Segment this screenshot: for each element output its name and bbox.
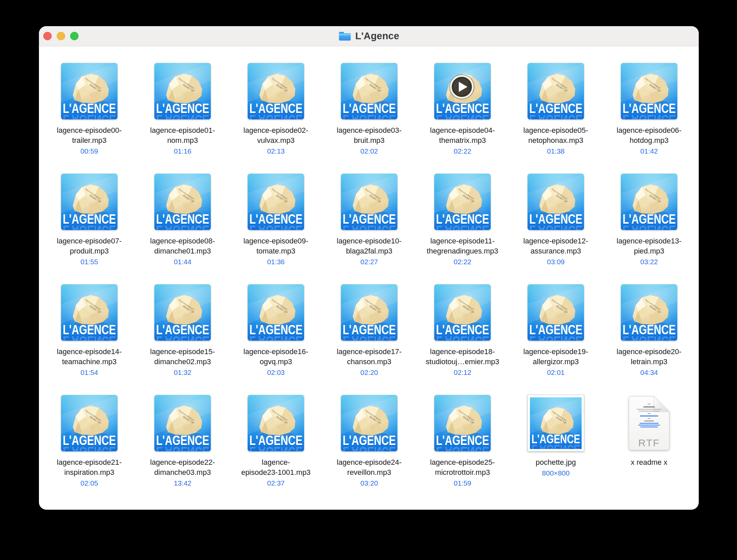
file-name[interactable]: lagence-episode24- reveillon.mp3 [337,457,401,478]
album-art: TheGrenadingues Studio TJP L'AGENCE L'AG… [154,284,211,341]
file-name[interactable]: lagence-episode12- assurance.mp3 [523,236,588,256]
file-name[interactable]: lagence-episode13- pied.mp3 [617,236,681,256]
file-duration: 02:37 [267,479,285,488]
file-name[interactable]: lagence-episode11- thegrenadingues.mp3 [427,236,498,256]
file-thumbnail[interactable]: TheGrenadingues Studio TJP L'AGENCE L'AG… [341,63,397,119]
file-item[interactable]: RTF x readme x [602,395,696,506]
file-item[interactable]: TheGrenadingues Studio TJP L'AGENCE L'AG… [509,63,602,174]
minimize-button[interactable] [57,32,65,40]
file-thumbnail[interactable]: TheGrenadingues Studio TJP L'AGENCE L'AG… [528,284,584,341]
file-name[interactable]: lagence-episode16- ogvq.mp3 [243,347,308,367]
file-name[interactable]: lagence-episode03- bruit.mp3 [337,125,401,146]
file-name[interactable]: lagence-episode20- letrain.mp3 [617,347,681,367]
file-thumbnail[interactable]: TheGrenadingues Studio TJP L'AGENCE L'AG… [61,284,117,341]
file-thumbnail[interactable]: TheGrenadingues Studio TJP L'AGENCE L'AG… [154,284,211,341]
file-item[interactable]: TheGrenadingues Studio TJP L'AGENCE L'AG… [323,174,416,284]
file-duration: 02:05 [81,479,98,488]
file-item[interactable]: TheGrenadingues Studio TJP L'AGENCE L'AG… [43,174,136,284]
file-name[interactable]: lagence-episode19- allergizor.mp3 [523,347,588,367]
file-item[interactable]: TheGrenadingues Studio TJP L'AGENCE L'AG… [416,395,509,506]
file-item[interactable]: TheGrenadingues Studio TJP L'AGENCE L'AG… [136,174,229,284]
file-name[interactable]: lagence-episode22- dimanche03.mp3 [150,457,215,478]
file-item[interactable]: TheGrenadingues Studio TJP L'AGENCE L'AG… [229,174,323,284]
file-item[interactable]: TheGrenadingues Studio TJP L'AGENCE L'AG… [229,395,323,506]
file-item[interactable]: TheGrenadingues Studio TJP L'AGENCE L'AG… [43,284,136,395]
file-item[interactable]: TheGrenadingues Studio TJP L'AGENCE L'AG… [416,284,509,395]
file-thumbnail[interactable]: TheGrenadingues Studio TJP L'AGENCE L'AG… [248,63,304,119]
file-item[interactable]: TheGrenadingues Studio TJP L'AGENCE L'AG… [43,395,136,506]
file-thumbnail[interactable]: TheGrenadingues Studio TJP L'AGENCE L'AG… [434,174,491,230]
file-name[interactable]: lagence-episode10- blaga2fal.mp3 [337,236,401,256]
file-name[interactable]: lagence-episode07- produit.mp3 [57,236,121,256]
title-bar[interactable]: L'Agence [39,26,699,46]
file-thumbnail[interactable]: TheGrenadingues Studio TJP L'AGENCE L'AG… [528,395,584,451]
file-name[interactable]: lagence-episode05- netophonax.mp3 [523,125,588,146]
file-item[interactable]: TheGrenadingues Studio TJP L'AGENCE L'AG… [602,63,696,174]
file-name[interactable]: lagence-episode14- teamachine.mp3 [57,347,121,367]
file-item[interactable]: TheGrenadingues Studio TJP L'AGENCE L'AG… [323,284,416,395]
file-item[interactable]: TheGrenadingues Studio TJP L'AGENCE L'AG… [323,63,416,174]
file-name[interactable]: lagence-episode08- dimanche01.mp3 [150,236,215,256]
file-thumbnail[interactable]: TheGrenadingues Studio TJP L'AGENCE L'AG… [341,395,397,451]
file-thumbnail[interactable]: RTF [621,395,677,451]
file-item[interactable]: TheGrenadingues Studio TJP L'AGENCE L'AG… [416,63,509,174]
file-thumbnail[interactable]: TheGrenadingues Studio TJP L'AGENCE L'AG… [154,174,211,230]
file-thumbnail[interactable]: TheGrenadingues Studio TJP L'AGENCE L'AG… [248,395,304,451]
file-thumbnail[interactable]: TheGrenadingues Studio TJP L'AGENCE L'AG… [621,284,677,341]
file-item[interactable]: TheGrenadingues Studio TJP L'AGENCE L'AG… [509,395,602,506]
file-item[interactable]: TheGrenadingues Studio TJP L'AGENCE L'AG… [509,174,602,284]
file-name[interactable]: lagence-episode04- thematrix.mp3 [430,125,495,146]
svg-text:L'AGENCE: L'AGENCE [343,223,396,230]
file-name[interactable]: lagence- episode23-1001.mp3 [241,457,311,478]
file-name[interactable]: lagence-episode25- microtrottoir.mp3 [430,457,495,478]
file-thumbnail[interactable]: TheGrenadingues Studio TJP L'AGENCE L'AG… [61,395,117,451]
file-thumbnail[interactable]: TheGrenadingues Studio TJP L'AGENCE L'AG… [341,284,397,341]
file-item[interactable]: TheGrenadingues Studio TJP L'AGENCE L'AG… [136,63,229,174]
file-duration: 02:22 [454,258,472,266]
file-item[interactable]: TheGrenadingues Studio TJP L'AGENCE L'AG… [136,284,229,395]
file-thumbnail[interactable]: TheGrenadingues Studio TJP L'AGENCE L'AG… [154,395,211,451]
file-name[interactable]: lagence-episode02- vulvax.mp3 [243,125,308,146]
file-thumbnail[interactable]: TheGrenadingues Studio TJP L'AGENCE L'AG… [528,63,584,119]
file-thumbnail[interactable]: TheGrenadingues Studio TJP L'AGENCE L'AG… [248,284,304,341]
file-name[interactable]: lagence-episode01- nom.mp3 [150,125,215,146]
file-name[interactable]: lagence-episode00- trailer.mp3 [57,125,121,146]
file-name[interactable]: lagence-episode06- hotdog.mp3 [617,125,681,146]
file-name[interactable]: pochette.jpg [536,457,576,467]
file-thumbnail[interactable]: TheGrenadingues Studio TJP L'AGENCE L'AG… [248,174,304,230]
file-thumbnail[interactable]: TheGrenadingues Studio TJP L'AGENCE L'AG… [621,63,677,119]
file-item[interactable]: TheGrenadingues Studio TJP L'AGENCE L'AG… [323,395,416,506]
file-thumbnail[interactable]: TheGrenadingues Studio TJP L'AGENCE L'AG… [341,174,397,230]
file-thumbnail[interactable]: TheGrenadingues Studio TJP L'AGENCE L'AG… [61,63,117,119]
file-item[interactable]: TheGrenadingues Studio TJP L'AGENCE L'AG… [43,63,136,174]
play-button-overlay[interactable] [450,75,474,99]
file-duration: 00:59 [81,147,98,156]
file-duration: 03:22 [640,258,658,266]
file-thumbnail[interactable]: TheGrenadingues Studio TJP L'AGENCE L'AG… [621,174,677,230]
zoom-button[interactable] [70,32,79,40]
file-thumbnail[interactable]: TheGrenadingues Studio TJP L'AGENCE L'AG… [528,174,584,230]
file-item[interactable]: TheGrenadingues Studio TJP L'AGENCE L'AG… [602,284,696,395]
window-title: L'Agence [355,31,399,42]
file-thumbnail[interactable]: TheGrenadingues Studio TJP L'AGENCE L'AG… [154,63,211,119]
file-thumbnail[interactable]: TheGrenadingues Studio TJP L'AGENCE L'AG… [61,174,117,230]
file-thumbnail[interactable]: TheGrenadingues Studio TJP L'AGENCE L'AG… [434,284,491,341]
file-name[interactable]: lagence-episode15- dimanche02.mp3 [150,347,215,367]
close-button[interactable] [43,32,52,40]
file-item[interactable]: TheGrenadingues Studio TJP L'AGENCE L'AG… [229,63,323,174]
svg-text:RTF: RTF [638,437,660,448]
album-art: TheGrenadingues Studio TJP L'AGENCE L'AG… [528,63,584,119]
file-item[interactable]: TheGrenadingues Studio TJP L'AGENCE L'AG… [136,395,229,506]
file-thumbnail[interactable]: TheGrenadingues Studio TJP L'AGENCE L'AG… [434,63,491,119]
file-item[interactable]: TheGrenadingues Studio TJP L'AGENCE L'AG… [229,284,323,395]
file-name[interactable]: lagence-episode17- chanson.mp3 [337,347,401,367]
folder-icon [339,31,351,41]
file-item[interactable]: TheGrenadingues Studio TJP L'AGENCE L'AG… [416,174,509,284]
file-name[interactable]: lagence-episode18- studiotouj…emier.mp3 [426,347,499,367]
file-name[interactable]: x readme x [631,457,668,467]
file-item[interactable]: TheGrenadingues Studio TJP L'AGENCE L'AG… [509,284,602,395]
file-name[interactable]: lagence-episode21- inspiration.mp3 [57,457,121,478]
file-thumbnail[interactable]: TheGrenadingues Studio TJP L'AGENCE L'AG… [434,395,491,451]
file-item[interactable]: TheGrenadingues Studio TJP L'AGENCE L'AG… [602,174,696,284]
file-name[interactable]: lagence-episode09- tomate.mp3 [243,236,308,256]
